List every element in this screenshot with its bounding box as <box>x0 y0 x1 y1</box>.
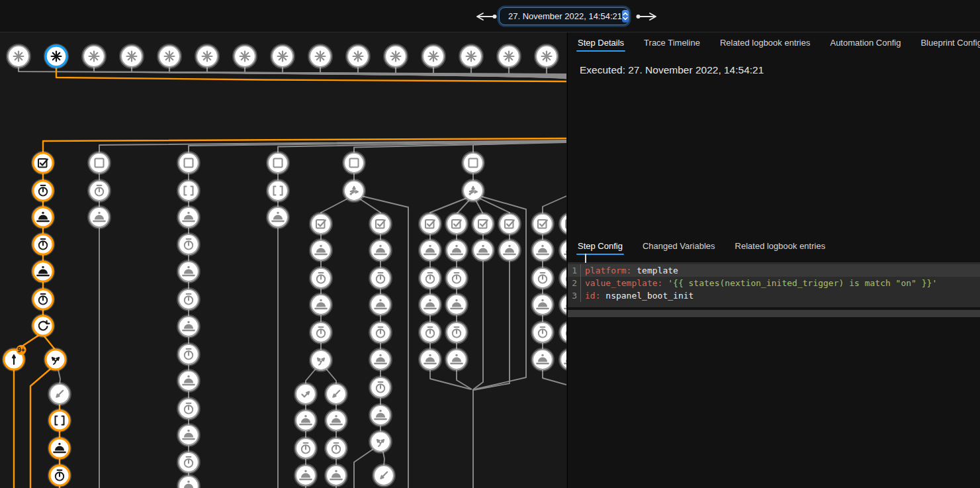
trace-node-dome[interactable] <box>325 409 347 432</box>
yaml-editor[interactable]: 1platform: template2value_template: '{{ … <box>568 262 980 307</box>
trace-node-timer[interactable] <box>559 267 566 289</box>
trace-node-timer[interactable] <box>310 321 332 344</box>
trace-node-checkbox-marked[interactable] <box>310 213 332 235</box>
trace-node-checkbox-marked[interactable] <box>498 213 521 235</box>
trace-node-asterisk[interactable] <box>7 44 30 68</box>
trace-node-choose[interactable] <box>462 179 484 202</box>
trace-node-dome[interactable] <box>559 348 566 371</box>
trace-node-dome[interactable] <box>325 464 347 487</box>
trace-node-asterisk[interactable] <box>44 44 68 68</box>
trace-node-timer[interactable] <box>177 343 200 366</box>
trace-node-dome[interactable] <box>177 424 200 446</box>
trace-node-timer[interactable] <box>531 321 554 344</box>
trace-node-timer[interactable] <box>32 179 54 202</box>
trace-node-timer[interactable] <box>177 233 200 256</box>
trace-node-timer[interactable] <box>445 321 468 344</box>
trace-node-dome[interactable] <box>310 239 332 262</box>
trace-node-timer[interactable] <box>445 267 468 289</box>
tab-blueprint-config[interactable]: Blueprint Config <box>911 32 980 53</box>
trace-node-square[interactable] <box>177 152 200 174</box>
trace-node-asterisk[interactable] <box>271 44 294 68</box>
trace-node-dome[interactable] <box>48 437 71 460</box>
trace-node-dome[interactable] <box>267 206 289 228</box>
trace-node-call-split[interactable] <box>310 349 332 371</box>
trace-node-dome[interactable] <box>559 293 566 316</box>
tab-related-logbook-entries[interactable]: Related logbook entries <box>710 32 821 53</box>
trace-node-timer[interactable] <box>369 321 392 344</box>
code-line-1[interactable]: 1platform: template <box>568 264 980 277</box>
trace-node-dome[interactable] <box>531 348 554 371</box>
trace-run-select[interactable]: 27. November 2022, 14:54:21 <box>499 7 629 25</box>
trace-node-checkbox-marked[interactable] <box>531 213 554 235</box>
trace-node-arrow-up[interactable]: 9+ <box>3 345 26 371</box>
tab-related-logbook-entries[interactable]: Related logbook entries <box>725 236 836 256</box>
trace-node-checkbox-marked[interactable] <box>559 213 566 235</box>
previous-trace-button[interactable] <box>474 11 499 24</box>
trace-node-asterisk[interactable] <box>497 44 521 68</box>
trace-node-dome[interactable] <box>32 206 54 228</box>
trace-node-dome[interactable] <box>369 404 392 426</box>
trace-node-dome[interactable] <box>177 315 200 338</box>
tab-step-config[interactable]: Step Config <box>568 236 633 256</box>
trace-node-asterisk[interactable] <box>308 44 332 68</box>
trace-node-timer[interactable] <box>177 288 200 311</box>
trace-node-dome[interactable] <box>177 206 200 228</box>
code-line-2[interactable]: 2value_template: '{{ states(nextion_init… <box>568 277 980 289</box>
trace-node-checkbox-marked[interactable] <box>472 213 494 235</box>
trace-node-dome[interactable] <box>445 239 468 262</box>
trace-node-checkbox-marked[interactable] <box>445 213 468 235</box>
trace-node-check-arrow[interactable] <box>294 383 317 405</box>
trace-node-dome[interactable] <box>310 293 332 316</box>
trace-node-timer[interactable] <box>88 179 111 202</box>
trace-node-dome[interactable] <box>177 260 200 283</box>
trace-node-asterisk[interactable] <box>195 44 219 68</box>
trace-node-dome[interactable] <box>369 293 392 316</box>
trace-node-timer[interactable] <box>531 267 554 289</box>
trace-node-choose[interactable] <box>343 179 365 202</box>
trace-node-dome[interactable] <box>32 260 54 283</box>
trace-node-dome[interactable] <box>472 239 494 262</box>
trace-node-dome[interactable] <box>88 206 111 228</box>
trace-node-timer[interactable] <box>48 464 71 487</box>
trace-node-timer[interactable] <box>325 437 347 460</box>
trace-node-dome[interactable] <box>531 293 554 316</box>
trace-node-brackets[interactable] <box>177 179 200 202</box>
trace-node-asterisk[interactable] <box>535 44 558 68</box>
trace-node-asterisk[interactable] <box>157 44 181 68</box>
trace-node-timer[interactable] <box>369 376 392 399</box>
trace-node-timer[interactable] <box>294 437 317 460</box>
trace-node-timer[interactable] <box>419 321 441 344</box>
trace-node-asterisk[interactable] <box>422 44 445 68</box>
trace-node-dome[interactable] <box>177 475 200 488</box>
trace-node-dome[interactable] <box>419 293 441 316</box>
trace-node-asterisk[interactable] <box>459 44 483 68</box>
trace-node-dome[interactable] <box>369 348 392 371</box>
trace-node-dome[interactable] <box>294 464 317 487</box>
trace-node-refresh[interactable] <box>32 315 54 337</box>
trace-node-asterisk[interactable] <box>233 44 257 68</box>
trace-node-dome[interactable] <box>177 369 200 392</box>
trace-node-timer[interactable] <box>559 321 566 344</box>
trace-node-square[interactable] <box>88 152 111 174</box>
trace-node-asterisk[interactable] <box>346 44 370 68</box>
trace-node-dome[interactable] <box>369 239 392 262</box>
trace-node-square[interactable] <box>343 152 365 174</box>
tab-trace-timeline[interactable]: Trace Timeline <box>634 32 710 53</box>
trace-node-brackets[interactable] <box>267 179 289 202</box>
trace-node-dome[interactable] <box>498 239 521 262</box>
trace-node-arrow-bottom-left[interactable] <box>373 464 395 487</box>
trace-node-dome[interactable] <box>559 239 566 262</box>
trace-node-timer[interactable] <box>32 288 54 311</box>
trace-node-checkbox-marked[interactable] <box>419 213 441 235</box>
trace-node-dome[interactable] <box>419 348 441 371</box>
tab-changed-variables[interactable]: Changed Variables <box>633 236 725 256</box>
trace-node-call-split[interactable] <box>369 430 392 453</box>
trace-node-arrow-bottom-left[interactable] <box>48 383 71 405</box>
tab-automation-config[interactable]: Automation Config <box>820 32 911 53</box>
trace-node-dome[interactable] <box>531 239 554 262</box>
trace-node-square[interactable] <box>462 152 484 174</box>
trace-node-brackets[interactable] <box>48 409 71 432</box>
trace-node-timer[interactable] <box>369 267 392 289</box>
trace-node-timer[interactable] <box>177 451 200 473</box>
trace-node-dome[interactable] <box>419 239 441 262</box>
